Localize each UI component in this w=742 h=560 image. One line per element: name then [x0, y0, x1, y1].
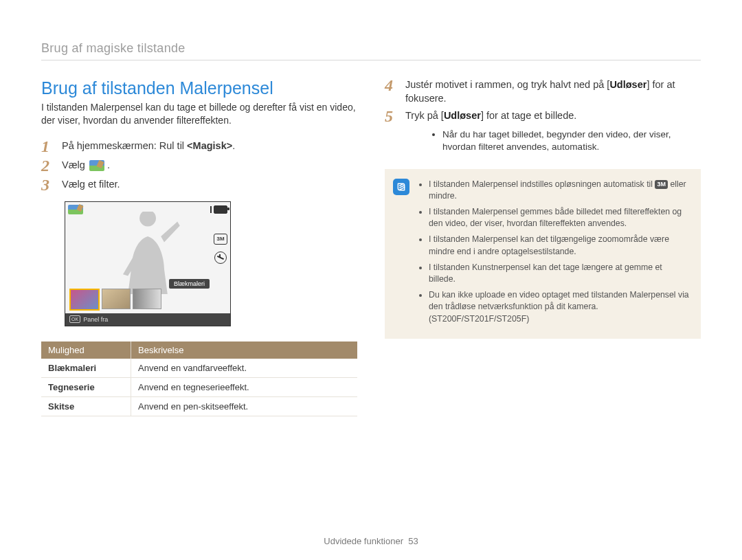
column-right: 4 Justér motivet i rammen, og tryk halvt… — [385, 78, 701, 416]
step-3: 3 Vælg et filter. — [41, 178, 357, 193]
filter-thumbnails — [69, 289, 161, 311]
step-2: 2 Vælg . — [41, 159, 357, 174]
page-title: Brug af tilstanden Malerpensel — [41, 78, 357, 98]
list-item: Når du har taget billedet, begynder den … — [442, 128, 701, 153]
filter-label: Blækmaleri — [169, 279, 210, 289]
thumb-3 — [133, 289, 161, 309]
step-text-a: På hjemmeskærmen: Rul til — [62, 140, 187, 151]
cell-description: Anvend en vandfarveeffekt. — [131, 359, 358, 378]
info-icon — [393, 179, 409, 195]
page: Brug af magiske tilstande Brug af tilsta… — [0, 0, 742, 416]
step-4-a: Justér motivet i rammen, og tryk halvt n… — [405, 79, 609, 90]
signal-icon — [210, 206, 212, 213]
step-text-a: Vælg — [62, 159, 88, 170]
step-text: Tryk på [Udløser] for at tage et billede… — [405, 109, 576, 123]
list-item: I tilstanden Kunstnerpensel kan det tage… — [429, 262, 691, 285]
list-item: I tilstanden Malerpensel kan det tilgæng… — [429, 234, 691, 257]
resolution-icon: 3M — [214, 234, 227, 245]
note-1-a: I tilstanden Malerpensel indstilles oplø… — [429, 179, 655, 189]
step-number: 3 — [41, 177, 55, 193]
battery-icon — [214, 205, 227, 214]
cell-description: Anvend en tegneserieeffekt. — [131, 377, 358, 396]
step-text-c: . — [232, 140, 235, 151]
screen-topright — [210, 205, 227, 214]
resolution-badge: 3M — [655, 180, 668, 189]
step-number: 5 — [385, 108, 398, 124]
step-number: 4 — [385, 77, 398, 93]
step-text-angle: <Magisk> — [187, 140, 232, 151]
shutter-bold: Udløser — [609, 79, 647, 90]
flash-off-icon — [214, 251, 227, 264]
info-box: I tilstanden Malerpensel indstilles oplø… — [385, 169, 701, 339]
screen-bottombar: OK Panel fra — [65, 313, 230, 326]
step-5-a: Tryk på [ — [405, 110, 444, 121]
cell-option: Tegneserie — [41, 377, 131, 396]
intro-text: I tilstanden Malerpensel kan du tage et … — [41, 101, 357, 127]
table-row: Blækmaleri Anvend en vandfarveeffekt. — [41, 359, 357, 378]
list-item: Du kan ikke uploade en video optaget med… — [429, 289, 691, 325]
paintbrush-mode-icon — [89, 160, 104, 171]
footer: Udvidede funktioner 53 — [0, 536, 742, 546]
list-item: I tilstanden Malerpensel indstilles oplø… — [429, 179, 691, 202]
page-number: 53 — [408, 536, 418, 546]
step-text: Vælg . — [62, 159, 110, 172]
info-list: I tilstanden Malerpensel indstilles oplø… — [418, 179, 691, 329]
footer-label: Udvidede funktioner — [324, 536, 403, 546]
columns: Brug af tilstanden Malerpensel I tilstan… — [41, 78, 701, 416]
step-text: Justér motivet i rammen, og tryk halvt n… — [405, 78, 701, 105]
thumb-selected — [69, 289, 100, 311]
table-row: Skitse Anvend en pen-skitseeffekt. — [41, 396, 357, 416]
step-text: På hjemmeskærmen: Rul til <Magisk>. — [62, 139, 235, 153]
screen-right-icons: 3M — [214, 234, 227, 264]
table-row: Tegneserie Anvend en tegneserieeffekt. — [41, 377, 357, 396]
panel-label: Panel fra — [83, 313, 108, 326]
step-5-c: ] for at tage et billede. — [481, 110, 576, 121]
breadcrumb: Brug af magiske tilstande — [41, 41, 701, 60]
step-5: 5 Tryk på [Udløser] for at tage et bille… — [385, 109, 701, 124]
table-header-description: Beskrivelse — [131, 341, 358, 359]
step-text-c: . — [107, 159, 110, 170]
camera-screen: 3M Blækmaleri OK Panel fra — [65, 201, 231, 326]
cell-option: Skitse — [41, 396, 131, 416]
thumb-2 — [102, 289, 131, 309]
column-left: Brug af tilstanden Malerpensel I tilstan… — [41, 78, 357, 416]
camera-screen-wrap: 3M Blækmaleri OK Panel fra — [41, 197, 357, 336]
cell-option: Blækmaleri — [41, 359, 131, 378]
step-number: 2 — [41, 157, 55, 174]
ok-badge: OK — [69, 315, 80, 323]
mode-indicator-icon — [68, 205, 83, 214]
step-1: 1 På hjemmeskærmen: Rul til <Magisk>. — [41, 139, 357, 155]
step-5-sub-bullets: Når du har taget billedet, begynder den … — [415, 128, 701, 153]
step-4: 4 Justér motivet i rammen, og tryk halvt… — [385, 78, 701, 105]
step-text: Vælg et filter. — [62, 178, 120, 192]
cell-description: Anvend en pen-skitseeffekt. — [131, 396, 358, 416]
table-header-option: Mulighed — [41, 341, 131, 359]
filter-options-table: Mulighed Beskrivelse Blækmaleri Anvend e… — [41, 341, 357, 416]
shutter-bold: Udløser — [444, 110, 481, 121]
step-number: 1 — [41, 138, 55, 155]
list-item: I tilstanden Malerpensel gemmes både bil… — [429, 206, 691, 229]
